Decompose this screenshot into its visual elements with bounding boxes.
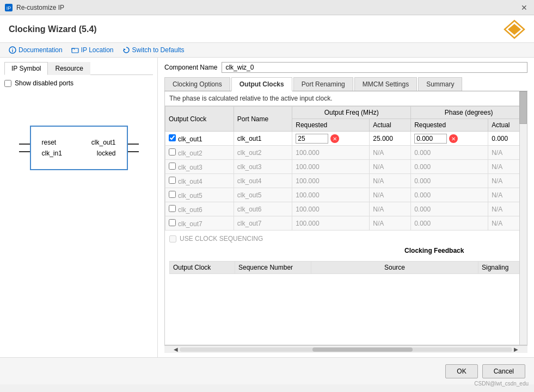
clock-enable-checkbox[interactable] bbox=[169, 219, 176, 226]
clock-act-freq: N/A bbox=[370, 216, 411, 231]
title-bar: IP Re-customize IP ✕ bbox=[0, 0, 534, 15]
svg-text:i: i bbox=[12, 48, 14, 53]
table-row: clk_out1clk_out1✕25.000✕0.000 bbox=[165, 132, 527, 146]
clear-freq-button[interactable]: ✕ bbox=[330, 134, 339, 143]
clock-name: clk_out4 bbox=[178, 178, 202, 185]
clock-enable-checkbox[interactable] bbox=[169, 134, 176, 141]
tab-ip-symbol[interactable]: IP Symbol bbox=[4, 62, 48, 75]
clock-req-freq: 100.000 bbox=[292, 202, 370, 216]
clock-enable-checkbox[interactable] bbox=[169, 177, 176, 184]
clock-row-check: clk_out2 bbox=[165, 146, 234, 160]
horizontal-scrollbar[interactable]: ◀ ▶ bbox=[164, 345, 527, 353]
output-clocks-table: Output Clock Port Name Output Freq (MHz)… bbox=[165, 106, 527, 231]
footer: CSDN@lwt_csdn_edu OK Cancel bbox=[0, 357, 534, 384]
app-icon: IP bbox=[4, 3, 13, 12]
tab-clocking-options[interactable]: Clocking Options bbox=[164, 77, 230, 91]
h-scroll-track bbox=[180, 347, 512, 352]
info-icon: i bbox=[9, 46, 16, 54]
clock-req-freq: 100.000 bbox=[292, 174, 370, 188]
vertical-scrollbar[interactable] bbox=[519, 91, 527, 345]
app-title: Clocking Wizard (5.4) bbox=[9, 24, 97, 34]
clock-act-freq: N/A bbox=[370, 202, 411, 216]
tab-port-renaming[interactable]: Port Renaming bbox=[293, 77, 353, 91]
clock-req-freq: 100.000 bbox=[292, 160, 370, 174]
show-disabled-label: Show disabled ports bbox=[15, 79, 73, 87]
tab-resource[interactable]: Resource bbox=[48, 62, 90, 75]
refresh-icon bbox=[122, 46, 130, 54]
clock-enable-checkbox[interactable] bbox=[169, 148, 176, 155]
clock-req-phase: 0.000 bbox=[411, 216, 488, 231]
clock-enable-checkbox[interactable] bbox=[169, 205, 176, 212]
table-row: clk_out2clk_out2100.000N/A0.000N/A bbox=[165, 146, 527, 160]
cancel-button[interactable]: Cancel bbox=[482, 364, 525, 378]
ok-button[interactable]: OK bbox=[445, 364, 477, 378]
ip-location-button[interactable]: IP Location bbox=[71, 46, 114, 54]
source-table-header-row: Output Clock Sequence Number Source Sign… bbox=[169, 261, 523, 274]
clear-phase-button[interactable]: ✕ bbox=[449, 134, 458, 143]
toolbar: i Documentation IP Location Switch to De… bbox=[0, 43, 534, 58]
th-phase-requested: Requested bbox=[411, 119, 488, 132]
tab-summary[interactable]: Summary bbox=[418, 77, 462, 91]
clock-name: clk_out5 bbox=[178, 192, 202, 200]
clock-enable-checkbox[interactable] bbox=[169, 163, 176, 170]
phase-input[interactable] bbox=[414, 134, 447, 144]
clock-req-phase: 0.000 bbox=[411, 202, 488, 216]
documentation-button[interactable]: i Documentation bbox=[9, 46, 63, 54]
locked-port-line bbox=[128, 151, 139, 152]
clock-req-freq[interactable]: ✕ bbox=[292, 132, 370, 146]
show-disabled-checkbox[interactable] bbox=[4, 80, 11, 87]
close-button[interactable]: ✕ bbox=[519, 3, 530, 12]
clk-in1-port-line bbox=[19, 151, 30, 152]
clock-port-name: clk_out6 bbox=[234, 202, 292, 216]
scroll-thumb[interactable] bbox=[519, 91, 527, 124]
documentation-label: Documentation bbox=[19, 46, 63, 54]
clock-port-name: clk_out7 bbox=[234, 216, 292, 231]
watermark: CSDN@lwt_csdn_edu bbox=[474, 381, 529, 387]
clock-row-check: clk_out1 bbox=[165, 132, 234, 146]
clock-req-phase[interactable]: ✕ bbox=[411, 132, 488, 146]
port-row-clkin1-locked: clk_in1 locked bbox=[42, 150, 116, 157]
header: Clocking Wizard (5.4) bbox=[0, 15, 534, 43]
tab-mmcm-settings[interactable]: MMCM Settings bbox=[354, 77, 417, 91]
left-panel: IP Symbol Resource Show disabled ports bbox=[0, 58, 158, 357]
switch-to-defaults-button[interactable]: Switch to Defaults bbox=[122, 46, 185, 54]
table-bottom: USE CLOCK SEQUENCING Clocking Feedback O… bbox=[165, 231, 527, 278]
reset-label: reset bbox=[42, 139, 57, 146]
clock-row-check: clk_out3 bbox=[165, 160, 234, 174]
right-panel: Component Name Clocking Options Output C… bbox=[158, 58, 534, 357]
scroll-right-arrow[interactable]: ▶ bbox=[512, 346, 520, 353]
th-output-freq-group: Output Freq (MHz) bbox=[292, 107, 411, 119]
clock-row-check: clk_out7 bbox=[165, 216, 234, 231]
tab-output-clocks[interactable]: Output Clocks bbox=[231, 77, 292, 91]
clock-req-freq: 100.000 bbox=[292, 146, 370, 160]
clock-act-freq: N/A bbox=[370, 174, 411, 188]
clock-port-name: clk_out2 bbox=[234, 146, 292, 160]
h-scroll-thumb[interactable] bbox=[312, 347, 412, 352]
th-freq-requested: Requested bbox=[292, 119, 370, 132]
clock-port-name: clk_out4 bbox=[234, 174, 292, 188]
clock-name: clk_out7 bbox=[178, 220, 202, 228]
reset-port-line bbox=[19, 144, 30, 145]
title-text: Re-customize IP bbox=[16, 4, 64, 11]
table-row: clk_out7clk_out7100.000N/A0.000N/A bbox=[165, 216, 527, 231]
freq-input[interactable] bbox=[296, 134, 328, 144]
switch-defaults-label: Switch to Defaults bbox=[132, 46, 185, 54]
clock-name: clk_out2 bbox=[178, 150, 202, 157]
clock-enable-checkbox[interactable] bbox=[169, 191, 176, 198]
clock-act-freq: N/A bbox=[370, 160, 411, 174]
clk-in1-label: clk_in1 bbox=[42, 150, 62, 157]
main-content: IP Symbol Resource Show disabled ports bbox=[0, 58, 534, 357]
clock-name: clk_out3 bbox=[178, 164, 202, 171]
svg-marker-7 bbox=[124, 48, 126, 51]
component-name-input[interactable] bbox=[222, 62, 527, 73]
clock-port-name: clk_out5 bbox=[234, 188, 292, 202]
svg-rect-6 bbox=[72, 48, 78, 53]
port-row-reset-clkout1: reset clk_out1 bbox=[42, 139, 116, 146]
svg-text:IP: IP bbox=[7, 5, 11, 11]
header-row-1: Output Clock Port Name Output Freq (MHz)… bbox=[165, 107, 527, 119]
scroll-left-arrow[interactable]: ◀ bbox=[172, 346, 180, 353]
use-clock-seq-checkbox[interactable] bbox=[169, 235, 176, 242]
table-row: clk_out4clk_out4100.000N/A0.000N/A bbox=[165, 174, 527, 188]
th-phase-group: Phase (degrees) bbox=[411, 107, 527, 119]
content-tabs: Clocking Options Output Clocks Port Rena… bbox=[164, 77, 527, 91]
